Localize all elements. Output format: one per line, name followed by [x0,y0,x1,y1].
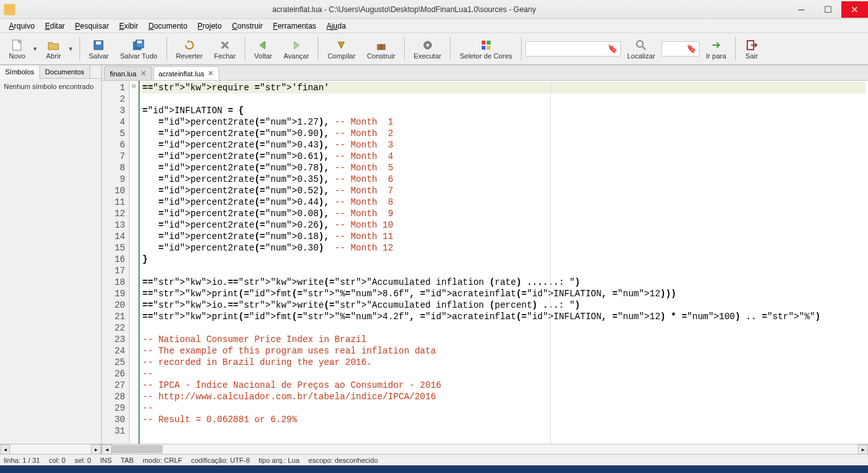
fold-column[interactable]: ⊟ [130,81,139,444]
execute-button[interactable]: Executar [409,36,446,62]
status-col: col: 0 [49,456,65,464]
svg-point-9 [426,44,429,46]
save-all-button[interactable]: Salvar Tudo [115,36,163,62]
save-icon [92,38,105,52]
svg-point-14 [637,41,643,47]
menu-ajuda[interactable]: Ajuda [323,20,350,32]
color-picker-button[interactable]: Seletor de Cores [454,36,517,62]
compile-icon [334,38,348,52]
menu-projeto[interactable]: Projeto [194,20,226,32]
arrow-left-icon [256,38,270,52]
find-field-icon: 🔖 [607,44,618,53]
editor-tab-label: acrateinflat.lua [159,70,205,78]
status-line: linha: 1 / 31 [4,456,40,464]
svg-rect-12 [482,46,485,50]
compile-button[interactable]: Compilar [322,36,360,62]
save-all-icon [132,38,146,52]
search-icon [634,38,648,52]
editor-tabs: finan.lua ✕ acrateinflat.lua ✕ [102,65,868,81]
close-button[interactable]: ✕ [841,1,868,18]
svg-rect-13 [487,46,491,50]
editor-tab-acrateinflat[interactable]: acrateinflat.lua ✕ [153,66,220,80]
svg-rect-2 [96,41,101,45]
line-number-gutter: 1234567891011121314151617181920212223242… [102,81,130,444]
sidebar-scroll-left[interactable]: ◂ [0,444,10,455]
goto-button[interactable]: Ir para [701,36,731,62]
svg-rect-7 [380,45,383,50]
revert-button[interactable]: Reverter [171,36,208,62]
find-button[interactable]: Localizar [622,36,660,62]
editor-tab-label: finan.lua [110,70,137,78]
goto-field-icon: 🔖 [686,44,696,53]
back-button[interactable]: Voltar [249,36,277,62]
status-ins: INS [100,456,111,464]
build-icon [374,38,388,52]
app-icon [4,4,15,15]
status-sel: sel: 0 [74,456,91,464]
code-area[interactable]: =="str">"kw">require ="str">'finan' ="id… [140,81,868,444]
editor-tab-finan[interactable]: finan.lua ✕ [104,66,152,80]
status-encoding: codificação: UTF-8 [191,456,250,464]
close-file-button[interactable]: Fechar [209,36,241,62]
menu-arquivo[interactable]: Arquivo [5,20,39,32]
open-dropdown[interactable]: ▼ [66,46,76,52]
taskbar[interactable] [0,465,868,473]
tab-close-icon[interactable]: ✕ [208,69,214,78]
sidebar-tab-documents[interactable]: Documentos [40,65,90,78]
exit-icon [745,38,759,52]
minimize-button[interactable]: ─ [788,1,815,18]
toolbar: Novo ▼ Abrir ▼ Salvar Salvar Tudo Revert… [0,33,868,65]
maximize-button[interactable]: ☐ [815,1,841,18]
goto-icon [709,38,723,52]
status-scope: escopo: desconhecido [308,456,377,464]
editor-scrollbar[interactable] [112,444,858,454]
svg-rect-10 [482,41,485,45]
menu-ferramentas[interactable]: Ferramentas [269,20,320,32]
editor-scroll-right[interactable]: ▸ [858,444,868,455]
menu-documento[interactable]: Documento [144,20,191,32]
status-filetype: tipo arq.: Lua [259,456,299,464]
status-mode: modo: CRLF [142,456,182,464]
sidebar: Símbolos Documentos Nenhum símbolo encon… [0,65,102,454]
gear-icon [421,38,435,52]
titlebar: acrateinflat.lua - C:\Users\Augusto\Desk… [0,0,868,19]
menu-pesquisar[interactable]: Pesquisar [71,20,112,32]
new-button[interactable]: Novo [4,36,31,62]
arrow-right-icon [289,38,303,52]
folder-open-icon [46,38,60,52]
right-margin-indicator [550,81,551,444]
sidebar-tab-symbols[interactable]: Símbolos [0,65,40,79]
save-button[interactable]: Salvar [84,36,114,62]
forward-button[interactable]: Avançar [278,36,314,62]
close-icon [218,38,232,52]
sidebar-scroll-right[interactable]: ▸ [91,444,101,455]
open-button[interactable]: Abrir [41,36,66,62]
find-input[interactable]: 🔖 [526,41,621,57]
svg-rect-5 [137,41,142,43]
menubar: Arquivo Editar Pesquisar Exibir Document… [0,19,868,33]
build-button[interactable]: Construir [362,36,400,62]
goto-input[interactable]: 🔖 [661,41,700,57]
editor-scroll-left[interactable]: ◂ [102,444,112,455]
new-dropdown[interactable]: ▼ [31,46,40,52]
sidebar-empty-text: Nenhum símbolo encontrado [0,79,101,444]
svg-rect-11 [487,41,491,45]
quit-button[interactable]: Sair [740,36,764,62]
palette-icon [479,38,493,52]
new-file-icon [10,38,24,52]
revert-icon [182,38,196,52]
editor-body[interactable]: 1234567891011121314151617181920212223242… [102,81,868,444]
menu-construir[interactable]: Construir [228,20,267,32]
menu-editar[interactable]: Editar [41,20,69,32]
window-title: acrateinflat.lua - C:\Users\Augusto\Desk… [20,5,788,14]
statusbar: linha: 1 / 31 col: 0 sel: 0 INS TAB modo… [0,454,868,465]
menu-exibir[interactable]: Exibir [115,20,142,32]
sidebar-scrollbar[interactable] [10,444,91,454]
editor-scroll-thumb[interactable] [112,445,163,453]
tab-close-icon[interactable]: ✕ [140,69,146,78]
status-tab: TAB [121,456,134,464]
